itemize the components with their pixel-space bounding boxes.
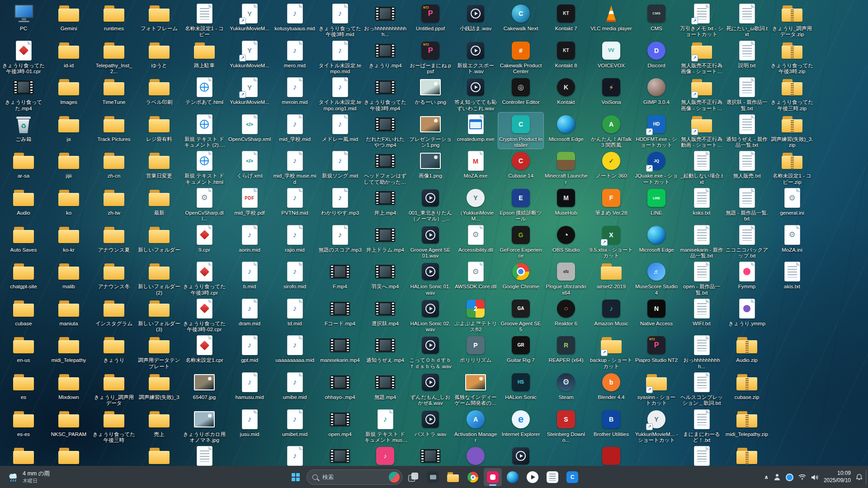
desktop-icon-malib[interactable]: malib [46,260,91,296]
desktop-icon-mp4[interactable]: 無題.mp4 [363,371,408,407]
taskbar-app-dark-app[interactable] [424,468,442,486]
desktop-icon-minecraft-launcher[interactable]: Minecraft Launcher [543,149,589,185]
desktop-icon[interactable]: きょうり [91,333,137,370]
desktop-icon-microsoft-edge[interactable]: Microsoft Edge [634,223,679,259]
desktop-icon-fx-mp4[interactable]: だれだFXいれたやつ.mp4 [363,113,408,149]
taskbar-app-file-explorer[interactable] [444,468,462,486]
desktop-icon-ar-sa[interactable]: ar-sa [1,149,46,185]
desktop-icon-1-cpr[interactable]: 名称未設定1.cpr [182,333,227,370]
desktop-icon-umibe-mid[interactable]: ♪umibe.mid [272,371,317,407]
desktop-icon-sirofo-mid[interactable]: ♪sirofo.mid [272,260,317,296]
desktop-icon-mp4[interactable]: きょうり.mp4 [363,39,408,75]
desktop-icon-txt[interactable]: _起動しない場合.txt [679,149,724,185]
desktop-icon-discord[interactable]: DDiscord [634,39,679,75]
desktop-icon-3-mp4[interactable]: きょうり食ってた午後3時.mp4 [363,75,408,112]
show-desktop-button[interactable] [866,470,868,484]
desktop-icon-1-zip[interactable]: 名称未設定1 - コピー.zip [769,149,815,185]
desktop-icon-brother-utilities[interactable]: BBrother Utilities [589,408,634,444]
desktop-icon-zh-cn[interactable]: zh-cn [91,149,137,185]
desktop-icon[interactable]: 売上 [137,408,182,444]
desktop-icon-moza-ini[interactable]: ⚙MoZA.ini [769,223,815,259]
desktop-icon-2-html[interactable]: 新規 テキスト ドキュメント (2).html [182,113,227,149]
desktop-icon-jusu-mid[interactable]: ♪jusu.mid [227,408,272,444]
desktop-icon[interactable]: きょうり_調声用データ [91,371,137,407]
desktop-icon-yukkurimoviem[interactable]: Y↗YukkuriMovieM... [227,75,272,112]
desktop-icon-mp4[interactable]: 選択肢.mp4 [363,297,408,333]
desktop-icon-ver-28[interactable]: F筆まめ Ver.28 [589,186,634,222]
tray-app-icon[interactable] [786,474,793,481]
taskbar-clock[interactable]: 10:09 2025/09/10 [824,470,851,484]
desktop-icon-uaaaaaaaaa-mid[interactable]: ♪uaaaaaaaaa.mid [272,333,317,370]
desktop-icon-3-02-cpr[interactable]: きょうり食ってた午後3時-02.cpr [182,297,227,333]
weather-widget[interactable]: 4 mm の雨 木曜日 [4,468,53,486]
desktop-icon-musescore-studio-4[interactable]: ♬MuseScore Studio 4 [634,260,679,296]
desktop-icon-vlc-media-player[interactable]: VLC media player [589,2,634,38]
desktop-icon-mid-mid[interactable]: ♪mid_学校.mid [272,113,317,149]
desktop-icon-txt[interactable]: 説明.txt [724,39,769,75]
desktop-icon-halion-sonic-02-wav[interactable]: HALion Sonic 02.wav [408,297,453,333]
desktop-icon-3-01-cpr[interactable]: きょうり食ってた午後3時-01.cpr [1,39,46,75]
desktop-icon-es[interactable]: es [1,371,46,407]
desktop-icon-kotusytuaaus-mid[interactable]: ♪kotusytuaaus.mid [272,2,317,38]
desktop-icon-telepathy-inst-2[interactable]: Telepathy_Inst_2... [91,39,137,75]
desktop-icon-blender-4-4[interactable]: bBlender 4.4 [589,371,634,407]
desktop-icon-wav[interactable]: 答え知ってても恥ずいわこれ.wav [453,75,498,112]
desktop-icon[interactable]: Pポリリリズム [453,333,498,370]
desktop-icon-mp4[interactable]: 羽災へ.mp4 [363,260,408,296]
desktop-icon[interactable]: アナウンス夏 [91,223,137,259]
desktop-icon-runtimes[interactable]: runtimes [91,2,137,38]
desktop-icon-awssdk-core-dll[interactable]: ⚙AWSSDK.Core.dll [453,260,498,296]
desktop-icon-chatgpt-site[interactable]: chatgpt-site [1,260,46,296]
search-input[interactable] [321,474,385,481]
desktop-icon-syasinn[interactable]: ↗syasinn - ショートカット [634,371,679,407]
hidden-icons-chevron-icon[interactable]: ∧ [764,474,769,480]
desktop-icon[interactable]: フォトフレーム [137,2,182,38]
desktop-icon[interactable]: ♻ごみ箱 [1,113,46,149]
desktop-icon-pc[interactable]: PC [1,2,46,38]
wifi-icon[interactable] [798,474,806,480]
desktop-icon-cakewalk-product-center[interactable]: #Cakewalk Product Center [498,39,543,75]
desktop-icon[interactable]: ゆうと [137,39,182,75]
desktop-icon-tempo-orig1-mid[interactable]: ♪タイトル未設定.tempo.orig1.mid [317,75,363,112]
desktop-icon-manisekarin-mp4[interactable]: manisekarin.mp4 [317,333,363,370]
desktop[interactable]: PCGeminiruntimesフォトフレーム名称未設定1 - コピーY↗Yuk… [0,0,868,466]
desktop-icon-kontakt[interactable]: KKontakt [543,75,589,112]
desktop-icon-jquake-exe[interactable]: JQ↗JQuake.exe - ショートカット [634,149,679,185]
desktop-icon-txt[interactable]: ↗万引きメモ.txt - ショートカット [679,2,724,38]
desktop-icon-gimp-3-0-4[interactable]: GIMP 3.0.4 [634,75,679,112]
desktop-icon-txt[interactable]: 死にたい_ω歌詞.txt [724,2,769,38]
desktop-icon-controller-editor[interactable]: ◎Controller Editor [498,75,543,112]
desktop-icon-mp3[interactable]: ♪無題のスコア.mp3 [317,223,363,259]
desktop-icon-meroin-mid[interactable]: ♪meroin.mid [272,75,317,112]
desktop-icon-line[interactable]: LINELINE [634,186,679,222]
desktop-icon-hhhhhhhhhh[interactable]: おっhhhhhhhhhh... [679,333,724,370]
desktop-icon-reaktor-6[interactable]: ○Reaktor 6 [543,297,589,333]
notification-bell-icon[interactable] [856,474,863,481]
desktop-icon-9-5-xlsx[interactable]: X↗9.5.xlsx - ショートカット [589,223,634,259]
taskbar-app-edge[interactable] [504,468,522,486]
desktop-icon-airset2-2019[interactable]: airset2-2019 [589,260,634,296]
desktop-icon-mid[interactable]: ♪新規ソング.mid [317,149,363,185]
desktop-icon-mero-mid[interactable]: ♪mero.mid [272,39,317,75]
desktop-icon-es-es[interactable]: es-es [1,408,46,444]
desktop-icon-9-cpr[interactable]: 9.cpr [182,223,227,259]
desktop-icon-f-mp4[interactable]: F.mp4 [317,260,363,296]
desktop-icon[interactable]: 新しいフォルダー [137,223,182,259]
desktop-icon-cubase-14[interactable]: CCubase 14 [498,149,543,185]
desktop-icon-steam[interactable]: ʘSteam [543,371,589,407]
desktop-icon-txt[interactable]: 選択肢 - 親作品一覧.txt [724,75,769,112]
desktop-icon-mid[interactable]: ♪メドレー風.mid [317,113,363,149]
desktop-icon-td-mid[interactable]: ♪td.mid [272,297,317,333]
desktop-icon-mp4[interactable]: 井上ドラム.mp4 [363,223,408,259]
taskbar-app-media-player[interactable] [524,468,542,486]
desktop-icon-ja[interactable]: ja [46,113,91,149]
desktop-icon-voicevox[interactable]: VVVOICEVOX [589,39,634,75]
desktop-icon-groove-agent-se-01-wav[interactable]: Groove Agent SE 01.wav [408,223,453,259]
desktop-icon-amazon-music[interactable]: ♪Amazon Music [589,297,634,333]
desktop-icon-mp3[interactable]: ♪わかりやす.mp3 [317,186,363,222]
desktop-icon-epson[interactable]: EEpson 接続診断ツール [498,186,543,222]
desktop-icon-musicxml[interactable]: ♪新規 テキスト ドキュメント.musicxml [363,408,408,444]
desktop-icon-moza-exe[interactable]: MMoZA.exe [453,149,498,185]
desktop-icon[interactable]: 最新 [137,186,182,222]
desktop-icon-audio-zip[interactable]: Audio.zip [724,333,769,370]
